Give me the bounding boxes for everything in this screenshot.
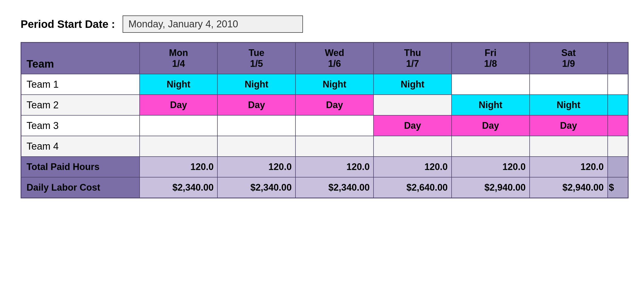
team-2-wed[interactable]: Day [295, 95, 374, 115]
team-2-tue[interactable]: Day [217, 95, 295, 115]
team-4-tue[interactable] [217, 136, 295, 157]
header-tue-day: Tue [249, 47, 264, 58]
team-3-sat[interactable]: Day [530, 115, 608, 136]
header-mon-date: 1/4 [172, 58, 185, 69]
team-2-thu[interactable] [374, 95, 452, 115]
header-partial [608, 43, 628, 74]
team-1-mon[interactable]: Night [140, 74, 218, 95]
header-fri: Fri 1/8 [452, 43, 530, 74]
team-1-sat[interactable] [530, 74, 608, 95]
cost-fri: $2,940.00 [452, 177, 530, 198]
team-1-wed[interactable]: Night [295, 74, 374, 95]
table-row: Team 2 Day Day Day Night Night [21, 95, 628, 115]
team-4-partial [608, 136, 628, 157]
team-4-sat[interactable] [530, 136, 608, 157]
cost-wed: $2,340.00 [295, 177, 374, 198]
team-2-sat[interactable]: Night [530, 95, 608, 115]
team-4-mon[interactable] [140, 136, 218, 157]
header-wed: Wed 1/6 [295, 43, 374, 74]
team-4-fri[interactable] [452, 136, 530, 157]
total-wed: 120.0 [295, 157, 374, 177]
header-thu-day: Thu [404, 47, 421, 58]
header-sat-day: Sat [561, 47, 576, 58]
team-2-fri[interactable]: Night [452, 95, 530, 115]
total-sat: 120.0 [530, 157, 608, 177]
header-sat: Sat 1/9 [530, 43, 608, 74]
header-mon-day: Mon [169, 47, 188, 58]
team-2-partial [608, 95, 628, 115]
table-row: Team 3 Day Day Day [21, 115, 628, 136]
team-1-name: Team 1 [21, 74, 140, 95]
cost-sat: $2,940.00 [530, 177, 608, 198]
team-1-partial [608, 74, 628, 95]
cost-row: Daily Labor Cost $2,340.00 $2,340.00 $2,… [21, 177, 628, 198]
team-3-fri[interactable]: Day [452, 115, 530, 136]
cost-mon: $2,340.00 [140, 177, 218, 198]
team-3-wed[interactable] [295, 115, 374, 136]
header-fri-date: 1/8 [484, 58, 497, 69]
team-4-thu[interactable] [374, 136, 452, 157]
total-label: Total Paid Hours [21, 157, 140, 177]
header-thu-date: 1/7 [406, 58, 419, 69]
table-row: Team 1 Night Night Night Night [21, 74, 628, 95]
cost-tue: $2,340.00 [217, 177, 295, 198]
header-tue: Tue 1/5 [217, 43, 295, 74]
header-tue-date: 1/5 [250, 58, 263, 69]
total-mon: 120.0 [140, 157, 218, 177]
total-tue: 120.0 [217, 157, 295, 177]
team-4-wed[interactable] [295, 136, 374, 157]
cost-partial: $ [608, 177, 628, 198]
team-1-thu[interactable]: Night [374, 74, 452, 95]
header-wed-date: 1/6 [328, 58, 341, 69]
header-mon: Mon 1/4 [140, 43, 218, 74]
header-fri-day: Fri [485, 47, 496, 58]
team-3-name: Team 3 [21, 115, 140, 136]
team-1-tue[interactable]: Night [217, 74, 295, 95]
header-wed-day: Wed [325, 47, 344, 58]
header-thu: Thu 1/7 [374, 43, 452, 74]
total-row: Total Paid Hours 120.0 120.0 120.0 120.0… [21, 157, 628, 177]
total-fri: 120.0 [452, 157, 530, 177]
total-thu: 120.0 [374, 157, 452, 177]
team-4-name: Team 4 [21, 136, 140, 157]
cost-label: Daily Labor Cost [21, 177, 140, 198]
team-1-fri[interactable] [452, 74, 530, 95]
schedule-table: Team Mon 1/4 Tue 1/5 Wed 1/6 Thu 1/7 Fri… [21, 42, 629, 198]
team-3-tue[interactable] [217, 115, 295, 136]
team-header: Team [21, 43, 140, 74]
team-3-partial [608, 115, 628, 136]
team-3-thu[interactable]: Day [374, 115, 452, 136]
header-sat-date: 1/9 [562, 58, 575, 69]
total-partial [608, 157, 628, 177]
table-row: Team 4 [21, 136, 628, 157]
period-start-value[interactable]: Monday, January 4, 2010 [123, 15, 303, 33]
period-start-label: Period Start Date : [21, 18, 115, 30]
team-2-name: Team 2 [21, 95, 140, 115]
cost-thu: $2,640.00 [374, 177, 452, 198]
header-row: Team Mon 1/4 Tue 1/5 Wed 1/6 Thu 1/7 Fri… [21, 43, 628, 74]
team-2-mon[interactable]: Day [140, 95, 218, 115]
team-3-mon[interactable] [140, 115, 218, 136]
period-start-row: Period Start Date : Monday, January 4, 2… [21, 15, 629, 33]
